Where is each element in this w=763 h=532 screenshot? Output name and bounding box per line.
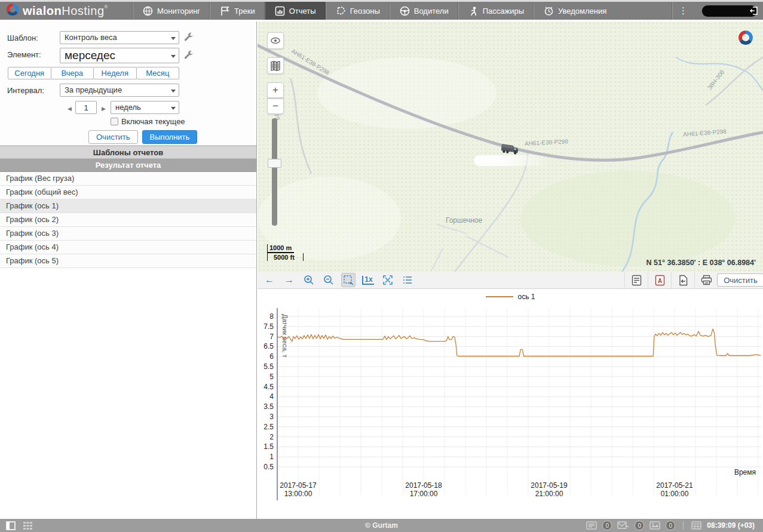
scale-imperial: 5000 ft [267, 253, 304, 261]
range-month-button[interactable]: Месяц [136, 67, 180, 79]
y-tick-label: 7 [269, 333, 274, 341]
result-section-header[interactable]: Результат отчета [0, 159, 256, 172]
wialon-app: wialonHosting® Мониторинг Треки Отчеты [0, 0, 763, 532]
chart-forward-button[interactable]: → [282, 273, 296, 287]
y-tick-label: 6.5 [263, 342, 274, 350]
interval-unit-select[interactable]: недель [111, 101, 179, 114]
list-item[interactable]: График (ось 4) [0, 241, 256, 254]
clear-report-button[interactable]: Очистить [88, 130, 138, 144]
range-today-button[interactable]: Сегодня [8, 67, 51, 79]
templates-section-header[interactable]: Шаблоны отчетов [0, 146, 256, 159]
reports-sidebar: Шаблон: Контроль веса Элемент: мерседес … [0, 21, 257, 519]
include-current-checkbox[interactable] [111, 118, 118, 125]
fit-screen-icon[interactable] [381, 273, 395, 287]
report-chart-icon [275, 6, 285, 16]
messages-icon[interactable] [617, 521, 629, 530]
nav-tab-passengers[interactable]: Пассажиры [458, 2, 534, 20]
interval-count-input[interactable] [75, 101, 97, 114]
town-label: Горшечное [446, 216, 482, 225]
export-pdf-icon[interactable]: A [648, 272, 671, 288]
y-tick-label: 6 [269, 352, 274, 361]
zoom-out-magnifier-icon[interactable] [321, 273, 336, 287]
geofence-icon [336, 6, 346, 16]
map-scale-bar: 1000 m 5000 ft [267, 244, 304, 261]
clear-chart-button[interactable]: Очистить [717, 273, 763, 287]
execute-report-button[interactable]: Выполнить [142, 130, 198, 144]
nav-tab-label: Мониторинг [157, 7, 200, 16]
export-file-icon[interactable] [671, 272, 694, 288]
top-navbar: wialonHosting® Мониторинг Треки Отчеты [0, 0, 763, 20]
unit-select[interactable]: мерседес [60, 48, 179, 63]
y-tick-label: 3.5 [263, 402, 274, 411]
app-logo-text: wialonHosting® [23, 4, 108, 18]
x-tick-time: 13:00:00 [284, 490, 312, 498]
spinner-decrease-icon[interactable]: ◀ [68, 106, 72, 112]
nav-tab-label: Отчеты [289, 7, 316, 16]
template-select[interactable]: Контроль веса [60, 31, 179, 44]
spinner-increase-icon[interactable]: ▶ [102, 106, 106, 112]
x-tick-time: 17:00:00 [410, 490, 438, 498]
range-yesterday-button[interactable]: Вчера [51, 67, 94, 79]
template-label: Шаблон: [7, 33, 38, 42]
print-icon[interactable] [694, 272, 718, 288]
marquee-zoom-tool-icon[interactable] [341, 273, 356, 287]
y-tick-label: 2 [269, 433, 274, 441]
y-axis-title: Датчик веса, т [281, 314, 289, 358]
cursor-coordinates: N 51° 36.3850' : E 038° 06.8984' [646, 259, 756, 267]
navbar-right: ⋮ [672, 2, 763, 20]
list-item[interactable]: График (Вес груза) [0, 172, 256, 186]
chevron-down-icon [171, 90, 176, 93]
x-tick-date: 2017-05-17 [280, 481, 317, 490]
nav-tab-notifications[interactable]: Уведомления [534, 2, 616, 20]
reset-zoom-button[interactable]: 1x [361, 273, 375, 287]
app-logo[interactable]: wialonHosting® [0, 2, 133, 20]
more-menu-button[interactable]: ⋮ [672, 2, 694, 20]
nav-tab-monitoring[interactable]: Мониторинг [133, 2, 210, 20]
unit-marker-truck[interactable] [500, 143, 519, 158]
map-source-icon [270, 60, 281, 71]
chart-area[interactable]: ось 1 87.576.565.554.543.532.521.510.5Да… [258, 289, 763, 518]
flag-icon [220, 6, 230, 16]
nav-tab-tracks[interactable]: Треки [210, 2, 265, 20]
range-week-button[interactable]: Неделя [93, 67, 137, 79]
media-icon[interactable] [649, 521, 660, 530]
nav-tab-reports[interactable]: Отчеты [265, 2, 326, 20]
y-tick-label: 3 [269, 413, 274, 421]
nav-tab-label: Пассажиры [483, 7, 524, 16]
copyright: © Gurtam [0, 521, 763, 530]
zoom-slider[interactable] [272, 118, 277, 226]
list-item[interactable]: График (ось 5) [0, 254, 256, 268]
calculator-icon[interactable] [691, 521, 701, 530]
interval-type-select[interactable]: За предыдущие [60, 84, 179, 97]
x-tick-time: 01:00:00 [661, 490, 689, 498]
zoom-in-magnifier-icon[interactable] [302, 273, 316, 287]
zoom-slider-handle[interactable] [268, 159, 281, 168]
log-list-icon[interactable] [586, 521, 597, 530]
nav-tab-label: Уведомления [558, 7, 606, 16]
report-result-list: График (Вес груза) График (общий вес) Гр… [0, 172, 256, 268]
zoom-in-button[interactable]: + [267, 82, 284, 98]
y-tick-label: 1 [269, 453, 274, 461]
chart-legend-list-icon[interactable] [400, 273, 415, 287]
list-item[interactable]: График (ось 2) [0, 213, 256, 227]
user-account-button[interactable] [702, 5, 757, 17]
nav-tab-geofences[interactable]: Геозоны [326, 2, 390, 20]
report-table-icon[interactable] [624, 272, 648, 288]
map-view[interactable]: АН61-Е38-Р298 АН61-Е38-Р298 АН61-Е38-Р29… [258, 21, 763, 272]
eye-icon [270, 35, 281, 46]
globe-icon [143, 6, 153, 16]
zoom-out-button[interactable]: − [267, 99, 284, 114]
map-layers-button[interactable] [267, 57, 284, 74]
list-item[interactable]: График (ось 3) [0, 227, 256, 241]
nav-tab-drivers[interactable]: Водители [390, 2, 458, 20]
passenger-icon [468, 6, 479, 16]
visibility-eye-button[interactable] [267, 32, 284, 49]
template-settings-wrench-icon[interactable] [183, 32, 194, 43]
chart-back-button[interactable]: ← [262, 273, 277, 287]
svg-text:A: A [657, 277, 661, 284]
list-item[interactable]: График (общий вес) [0, 186, 256, 199]
y-tick-label: 8 [269, 312, 274, 321]
list-item-selected[interactable]: График (ось 1) [0, 199, 256, 213]
x-tick-time: 21:00:00 [535, 490, 563, 498]
unit-settings-wrench-icon[interactable] [183, 50, 194, 61]
